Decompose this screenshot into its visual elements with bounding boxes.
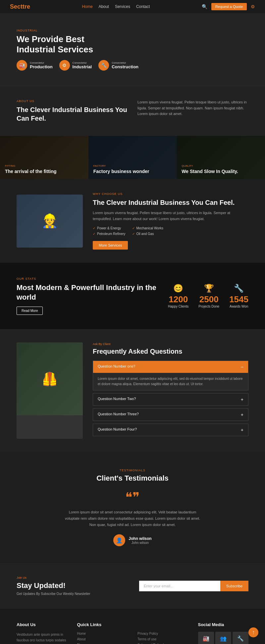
stat-awards: 🔧 1545 Awards Won (229, 284, 248, 308)
faq-question-2[interactable]: Question Number Two? + (93, 393, 248, 405)
testimonials-section: Testimonials Client's Testimonials ❝❞ Lo… (0, 452, 265, 563)
awards-label: Awards Won (229, 305, 248, 308)
footer-privacy-title (137, 622, 188, 627)
testimonials-tag: Testimonials (17, 469, 248, 472)
nav-right: 🔍 Request a Quote ⚙ (202, 3, 255, 10)
nav-services[interactable]: Services (115, 4, 130, 9)
features-list: Power & Energy Petroleum Refinery Mechan… (93, 226, 248, 236)
floating-action-button[interactable]: ↑ (248, 627, 258, 637)
stats-tag: Our Stats (17, 277, 168, 280)
social-thumb-1: 🏭 (198, 632, 214, 644)
nav-contact[interactable]: Contact (136, 4, 150, 9)
social-thumb-3: 🔧 (233, 632, 248, 644)
hero-card-industrial: ⚙ Consectetur Industrial (59, 60, 92, 71)
nav-about[interactable]: About (99, 4, 109, 9)
stats-content: Our Stats Most Modern & Powerfull Indust… (17, 277, 248, 315)
awards-number: 1545 (229, 294, 248, 305)
why-text: Lorem ipsum viverra feugiat. Pellen tesq… (93, 210, 248, 222)
more-services-button[interactable]: More Services (93, 241, 128, 250)
faq-question-4[interactable]: Question Number Four? + (93, 424, 248, 436)
faq-title: Frequently Asked Questions (93, 348, 248, 355)
why-content: Why Choose Us The Clever Industrial Busi… (93, 192, 248, 250)
newsletter-left: Join Us Stay Updated! Get Updates By Sub… (17, 576, 126, 596)
why-image-placeholder: 👷 (17, 195, 83, 248)
brand-name-end: re (25, 3, 30, 10)
author-info: John wilson John wilson (129, 536, 151, 545)
faq-answer-1: Lorem ipsum dolor sit amet, consectetur … (93, 373, 248, 390)
settings-icon[interactable]: ⚙ (251, 4, 255, 9)
read-more-button[interactable]: Read More (17, 307, 43, 315)
footer-quick-links: Home About Blogs Contact (77, 632, 128, 644)
clients-label: Happy Clients (168, 305, 188, 308)
social-thumb-2: 👥 (215, 632, 231, 644)
clients-number: 1200 (168, 294, 188, 305)
author-avatar: 👤 (113, 534, 125, 546)
hero-tag: INDUSTRIAL (17, 29, 248, 32)
projects-number: 2500 (198, 294, 219, 305)
newsletter-text: Get Updates By Subscribe Our Weekly News… (17, 592, 126, 596)
footer-about-title: About Us (17, 622, 67, 627)
faq-tag: Ask By Client (93, 342, 248, 346)
why-section: 👷 Why Choose Us The Clever Industrial Bu… (0, 179, 265, 263)
production-text: Consectetur Production (30, 61, 53, 69)
clients-icon: 😊 (168, 284, 188, 293)
footer-link-privacy[interactable]: Privacy Policy (137, 632, 188, 635)
stat-projects: 🏆 2500 Projects Done (198, 284, 219, 308)
faq-item-3[interactable]: Question Number Three? + (93, 408, 248, 421)
footer-about-col: About Us Vestibulum ante ipsum primis in… (17, 622, 67, 644)
projects-label: Projects Done (198, 305, 219, 308)
feature-oil: Oil and Gas (132, 232, 164, 236)
quote-button[interactable]: Request a Quote (211, 3, 247, 10)
faq-toggle-2: + (241, 397, 243, 402)
feature-power: Power & Energy (93, 226, 126, 230)
industrial-icon: ⚙ (59, 60, 70, 71)
footer-link-terms[interactable]: Terms of use (137, 637, 188, 641)
feature-cards: FITTING The arrival of the fitting FACTO… (0, 136, 265, 179)
hero-card-production: 🏭 Consectetur Production (17, 60, 53, 71)
faq-question-3[interactable]: Question Number Three? + (93, 409, 248, 421)
footer-top: About Us Vestibulum ante ipsum primis in… (17, 622, 248, 644)
hero-content: INDUSTRIAL We Provide Best Industrial Se… (17, 29, 248, 71)
feature-card-quality: QUALITY We Stand Slow In Quality. (177, 136, 265, 179)
faq-toggle-1: − (241, 364, 243, 370)
production-icon: 🏭 (17, 60, 27, 71)
faq-content: Ask By Client Frequently Asked Questions… (93, 342, 248, 439)
why-image: 👷 (17, 195, 83, 248)
feature-card-fitting: FITTING The arrival of the fitting (0, 136, 88, 179)
faq-item-4[interactable]: Question Number Four? + (93, 424, 248, 436)
awards-icon: 🔧 (229, 284, 248, 293)
author-role: John wilson (129, 541, 151, 545)
feature-petroleum: Petroleum Refinery (93, 232, 126, 236)
feature-card-overlay-3: QUALITY We Stand Slow In Quality. (177, 136, 265, 179)
faq-image: 🦺 (17, 342, 83, 439)
stats-left: Our Stats Most Modern & Powerfull Indust… (17, 277, 168, 315)
hero-cards: 🏭 Consectetur Production ⚙ Consectetur I… (17, 60, 248, 71)
nav-links: Home About Services Contact (82, 4, 150, 9)
newsletter-email-input[interactable] (139, 581, 220, 591)
about-tag: About Us (17, 99, 128, 103)
footer-link-about[interactable]: About (77, 637, 128, 641)
newsletter-right: Subscribe (139, 581, 248, 591)
faq-item-1[interactable]: Question Number one? − Lorem ipsum dolor… (93, 361, 248, 390)
footer-links-title: Quick Links (77, 622, 128, 627)
footer: About Us Vestibulum ante ipsum primis in… (0, 609, 265, 644)
newsletter-title: Stay Updated! (17, 581, 126, 590)
faq-toggle-3: + (241, 412, 243, 417)
projects-icon: 🏆 (198, 284, 219, 293)
footer-link-home[interactable]: Home (77, 632, 128, 635)
faq-question-1[interactable]: Question Number one? − (93, 361, 248, 373)
subscribe-button[interactable]: Subscribe (220, 581, 248, 591)
construction-icon: 🔧 (98, 60, 109, 71)
search-icon[interactable]: 🔍 (202, 4, 207, 9)
hero-card-construction: 🔧 Consectetur Construction (98, 60, 138, 71)
testimonial-author: 👤 John wilson John wilson (17, 534, 248, 546)
faq-item-2[interactable]: Question Number Two? + (93, 393, 248, 406)
nav-home[interactable]: Home (82, 4, 93, 9)
hero-title: We Provide Best Industrial Services (17, 34, 248, 55)
newsletter-section: Join Us Stay Updated! Get Updates By Sub… (0, 563, 265, 609)
brand-logo[interactable]: Secttre (10, 3, 30, 10)
testimonial-text: Lorem ipsum dolor sit amet consectetur a… (63, 509, 202, 528)
footer-links-col: Quick Links Home About Blogs Contact (77, 622, 128, 644)
quote-mark: ❝❞ (17, 491, 248, 504)
navbar: Secttre Home About Services Contact 🔍 Re… (0, 0, 265, 13)
